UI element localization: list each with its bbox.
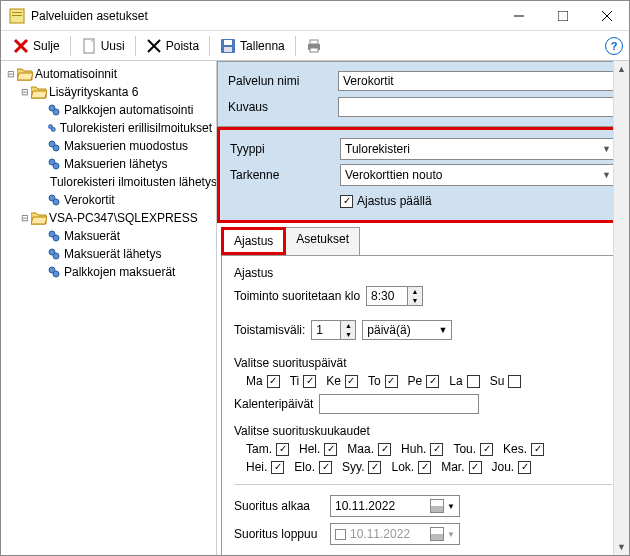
calendar-icon: [430, 527, 444, 541]
tree-group[interactable]: ⊟ VSA-PC347\SQLEXPRESS: [1, 209, 216, 227]
maximize-button[interactable]: [541, 1, 585, 31]
month-checkbox[interactable]: ✓: [378, 443, 391, 456]
toolbar: Sulje Uusi Poista Tallenna ?: [1, 31, 629, 61]
day-label: Ke: [326, 374, 341, 388]
expander-icon[interactable]: ⊟: [5, 69, 17, 79]
svg-rect-13: [224, 40, 232, 45]
tree-item[interactable]: Palkkojen automatisointi: [1, 101, 216, 119]
month-label: Kes.: [503, 442, 527, 456]
tree-item[interactable]: Maksuerien lähetys: [1, 155, 216, 173]
desc-input[interactable]: [338, 97, 618, 117]
day-label: Pe: [408, 374, 423, 388]
month-label: Jou.: [492, 460, 515, 474]
days-label: Valitse suorituspäivät: [234, 356, 612, 370]
new-button[interactable]: Uusi: [75, 36, 131, 56]
app-icon: [9, 8, 25, 24]
month-label: Hel.: [299, 442, 320, 456]
svg-rect-2: [12, 15, 22, 16]
type-select[interactable]: Tulorekisteri▼: [340, 138, 616, 160]
tree-item[interactable]: Maksuerät: [1, 227, 216, 245]
scroll-down[interactable]: ▼: [614, 539, 629, 555]
month-checkbox[interactable]: ✓: [469, 461, 482, 474]
end-date[interactable]: 10.11.2022 ▼: [330, 523, 460, 545]
tree-item[interactable]: Tulorekisteri erillisilmoitukset: [1, 119, 216, 137]
day-label: La: [449, 374, 462, 388]
month-label: Tou.: [453, 442, 476, 456]
month-checkbox[interactable]: ✓: [430, 443, 443, 456]
day-checkbox[interactable]: ✓: [345, 375, 358, 388]
svg-point-35: [53, 271, 59, 277]
spin-down[interactable]: ▼: [408, 296, 422, 305]
service-icon: [47, 193, 61, 207]
help-button[interactable]: ?: [605, 37, 623, 55]
day-checkbox[interactable]: ✓: [426, 375, 439, 388]
month-checkbox[interactable]: ✓: [368, 461, 381, 474]
service-icon: [47, 229, 61, 243]
close-button[interactable]: Sulje: [7, 36, 66, 56]
window-title: Palveluiden asetukset: [31, 9, 497, 23]
type-label: Tyyppi: [230, 142, 340, 156]
month-checkbox[interactable]: ✓: [531, 443, 544, 456]
spin-down[interactable]: ▼: [341, 330, 355, 339]
run-at-time[interactable]: ▲▼: [366, 286, 423, 306]
tree-item[interactable]: Palkkojen maksuerät: [1, 263, 216, 281]
end-enable-checkbox[interactable]: [335, 529, 346, 540]
service-icon: [47, 247, 61, 261]
tree-item[interactable]: Maksuerät lähetys: [1, 245, 216, 263]
name-input[interactable]: [338, 71, 618, 91]
day-checkbox[interactable]: ✓: [267, 375, 280, 388]
tree-item[interactable]: Maksuerien muodostus: [1, 137, 216, 155]
folder-open-icon: [17, 67, 33, 81]
tree-item[interactable]: Verokortit: [1, 191, 216, 209]
delete-icon: [146, 38, 162, 54]
day-checkbox[interactable]: [467, 375, 480, 388]
minimize-button[interactable]: [497, 1, 541, 31]
caldays-input[interactable]: [319, 394, 479, 414]
repeat-value[interactable]: ▲▼: [311, 320, 356, 340]
day-label: Ma: [246, 374, 263, 388]
detail-panel: Palvelun nimi Kuvaus Tyyppi Tulorekister…: [217, 61, 629, 555]
service-icon: [47, 157, 61, 171]
spin-up[interactable]: ▲: [408, 287, 422, 296]
chevron-down-icon: ▼: [602, 170, 611, 180]
svg-point-23: [53, 145, 59, 151]
tab-asetukset[interactable]: Asetukset: [285, 227, 360, 255]
month-checkbox[interactable]: ✓: [319, 461, 332, 474]
sched-on-label: Ajastus päällä: [357, 194, 432, 208]
spin-up[interactable]: ▲: [341, 321, 355, 330]
delete-button[interactable]: Poista: [140, 36, 205, 56]
svg-point-19: [53, 109, 59, 115]
spec-select[interactable]: Verokorttien nouto▼: [340, 164, 616, 186]
name-label: Palvelun nimi: [228, 74, 338, 88]
day-checkbox[interactable]: ✓: [303, 375, 316, 388]
month-label: Hei.: [246, 460, 267, 474]
month-checkbox[interactable]: ✓: [480, 443, 493, 456]
month-checkbox[interactable]: ✓: [271, 461, 284, 474]
month-checkbox[interactable]: ✓: [276, 443, 289, 456]
vertical-scrollbar[interactable]: ▲ ▼: [613, 61, 629, 555]
svg-point-29: [53, 199, 59, 205]
start-date[interactable]: 10.11.2022 ▼: [330, 495, 460, 517]
day-checkbox[interactable]: [508, 375, 521, 388]
day-checkbox[interactable]: ✓: [385, 375, 398, 388]
month-checkbox[interactable]: ✓: [324, 443, 337, 456]
tree-group[interactable]: ⊟ Lisäyrityskanta 6: [1, 83, 216, 101]
tree-root[interactable]: ⊟ Automatisoinnit: [1, 65, 216, 83]
sched-on-checkbox[interactable]: ✓: [340, 195, 353, 208]
month-checkbox[interactable]: ✓: [418, 461, 431, 474]
save-button[interactable]: Tallenna: [214, 36, 291, 56]
chevron-down-icon: ▼: [438, 325, 447, 335]
months-label: Valitse suorituskuukaudet: [234, 424, 612, 438]
close-window-button[interactable]: [585, 1, 629, 31]
svg-point-21: [51, 127, 55, 131]
chevron-down-icon: ▼: [447, 502, 455, 511]
repeat-unit-select[interactable]: päivä(ä)▼: [362, 320, 452, 340]
expander-icon[interactable]: ⊟: [19, 87, 31, 97]
day-label: To: [368, 374, 381, 388]
tree-item[interactable]: Tulorekisteri ilmoitusten lähetys: [1, 173, 216, 191]
tab-ajastus[interactable]: Ajastus: [221, 227, 286, 255]
expander-icon[interactable]: ⊟: [19, 213, 31, 223]
month-checkbox[interactable]: ✓: [518, 461, 531, 474]
scroll-up[interactable]: ▲: [614, 61, 629, 77]
print-button[interactable]: [300, 36, 328, 56]
